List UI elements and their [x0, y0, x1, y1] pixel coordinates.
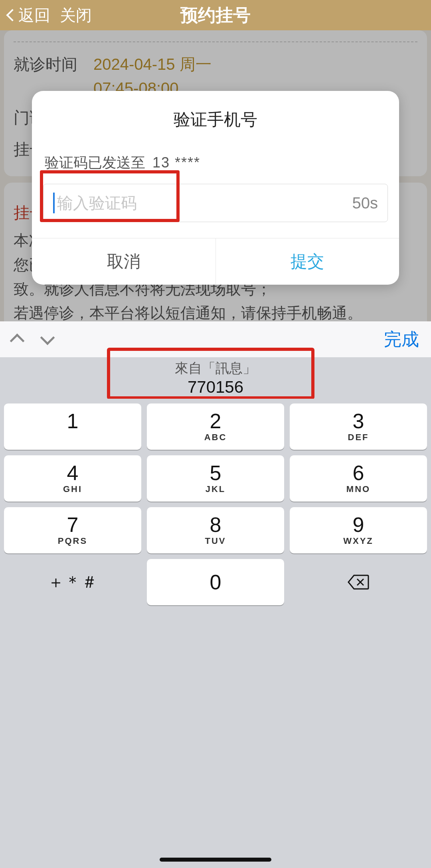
keyboard-accessory: 完成: [0, 321, 431, 357]
key-0[interactable]: 0: [147, 559, 284, 605]
keyboard-done-button[interactable]: 完成: [384, 328, 419, 351]
code-placeholder: 输入验证码: [57, 192, 137, 214]
code-input[interactable]: 输入验证码 50s: [43, 184, 388, 222]
back-button[interactable]: 返回: [4, 4, 50, 26]
backspace-icon: [348, 575, 369, 590]
chevron-left-icon: [6, 9, 18, 21]
key-4[interactable]: 4GHI: [4, 455, 141, 502]
submit-button[interactable]: 提交: [216, 238, 399, 285]
key-8[interactable]: 8TUV: [147, 507, 284, 553]
back-label: 返回: [18, 4, 50, 26]
key-symbols[interactable]: ＋＊＃: [4, 559, 141, 605]
close-button[interactable]: 关闭: [60, 4, 92, 26]
key-7[interactable]: 7PQRS: [4, 507, 141, 553]
navbar: 返回 关闭 预约挂号: [0, 0, 431, 30]
cancel-button[interactable]: 取消: [32, 238, 216, 285]
verify-modal: 验证手机号 验证码已发送至 13 **** 输入验证码 50s 取消 提交: [32, 91, 399, 285]
keyboard-suggestion-row: 來自「訊息」 770156: [0, 357, 431, 399]
key-2[interactable]: 2ABC: [147, 403, 284, 450]
suggestion-code: 770156: [175, 378, 256, 397]
key-delete[interactable]: [290, 559, 427, 605]
sent-prefix: 验证码已发送至: [45, 154, 145, 171]
modal-title: 验证手机号: [32, 91, 399, 153]
home-indicator[interactable]: [160, 858, 271, 862]
numeric-keypad: 1 2ABC 3DEF 4GHI 5JKL 6MNO 7PQRS 8TUV 9W…: [0, 399, 431, 868]
countdown: 50s: [352, 194, 378, 212]
key-1[interactable]: 1: [4, 403, 141, 450]
key-5[interactable]: 5JKL: [147, 455, 284, 502]
next-field-button[interactable]: [40, 331, 55, 345]
key-3[interactable]: 3DEF: [290, 403, 427, 450]
prev-field-button[interactable]: [10, 334, 25, 348]
suggestion-source: 來自「訊息」: [175, 359, 256, 378]
key-9[interactable]: 9WXYZ: [290, 507, 427, 553]
masked-phone: 13 ****: [152, 154, 200, 171]
key-6[interactable]: 6MNO: [290, 455, 427, 502]
sms-code-suggestion[interactable]: 來自「訊息」 770156: [175, 359, 256, 397]
text-cursor-icon: [53, 193, 55, 213]
